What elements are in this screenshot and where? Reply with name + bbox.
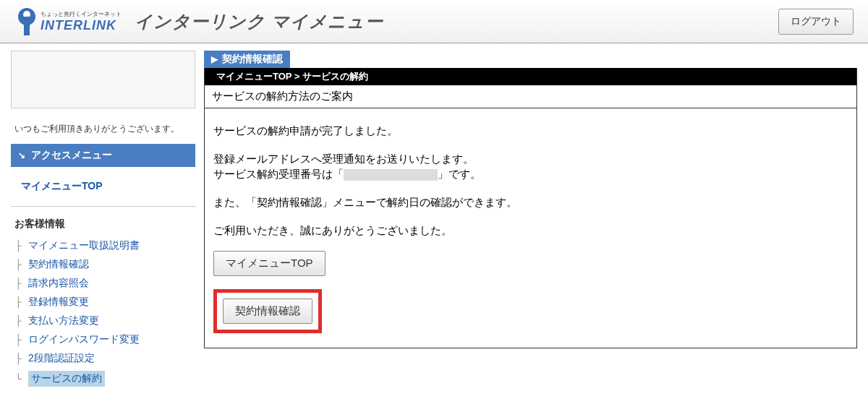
- logo-icon: [14, 7, 39, 36]
- mymenu-top-link[interactable]: マイメニューTOP: [11, 167, 195, 207]
- header: ちょっと先行くインターネット INTERLINK インターリンク マイメニュー …: [0, 0, 868, 43]
- confirm-info: また、「契約情報確認」メニューで解約日の確認ができます。: [213, 194, 848, 210]
- header-left: ちょっと先行くインターネット INTERLINK インターリンク マイメニュー: [14, 7, 383, 36]
- nav-item-register: ├ 登録情報変更: [11, 293, 195, 312]
- nav-link-twofactor[interactable]: 2段階認証設定: [28, 352, 95, 365]
- mymenu-top-button[interactable]: マイメニューTOP: [213, 251, 326, 276]
- tree-connector-icon: ├: [11, 334, 24, 346]
- nav-link-cancel[interactable]: サービスの解約: [28, 371, 105, 387]
- nav-list: ├ マイメニュー取扱説明書 ├ 契約情報確認 ├ 請求内容照会 ├ 登録情報変更…: [11, 236, 195, 390]
- customer-info-title: お客様情報: [11, 214, 195, 236]
- arrow-right-icon: ▶: [211, 54, 218, 64]
- nav-item-billing: ├ 請求内容照会: [11, 274, 195, 293]
- content-body: サービスの解約申請が完了しました。 登録メールアドレスへ受理通知をお送りいたしま…: [205, 108, 856, 348]
- content-box: マイメニューTOP > サービスの解約 サービスの解約方法のご案内 サービスの解…: [204, 68, 857, 348]
- nav-link-register[interactable]: 登録情報変更: [28, 296, 89, 309]
- thank-you: ご利用いただき、誠にありがとうございました。: [213, 223, 848, 238]
- nav-link-contract[interactable]: 契約情報確認: [28, 258, 89, 271]
- logo-text-group: ちょっと先行くインターネット INTERLINK: [41, 12, 122, 32]
- svg-rect-2: [24, 17, 30, 35]
- user-info-box: [11, 51, 195, 108]
- mail-info: 登録メールアドレスへ受理通知をお送りいたします。 サービス解約受理番号は「」です…: [213, 151, 848, 181]
- container: いつもご利用頂きありがとうございます。 ↘ アクセスメニュー マイメニューTOP…: [0, 43, 868, 397]
- tree-connector-icon: ├: [11, 315, 24, 327]
- content-header-title: 契約情報確認: [222, 53, 283, 66]
- nav-item-manual: ├ マイメニュー取扱説明書: [11, 236, 195, 255]
- access-menu-header: ↘ アクセスメニュー: [11, 144, 195, 167]
- logout-button[interactable]: ログアウト: [778, 9, 854, 35]
- tree-connector-icon: └: [11, 373, 24, 385]
- contract-confirm-button[interactable]: 契約情報確認: [223, 299, 312, 324]
- nav-item-password: ├ ログインパスワード変更: [11, 330, 195, 349]
- nav-item-contract: ├ 契約情報確認: [11, 255, 195, 274]
- access-menu-title: アクセスメニュー: [31, 149, 112, 162]
- arrow-down-right-icon: ↘: [18, 150, 25, 160]
- content-header: ▶ 契約情報確認: [204, 51, 290, 68]
- highlighted-button-wrapper: 契約情報確認: [213, 289, 322, 333]
- button-row-1: マイメニューTOP: [213, 251, 848, 276]
- tree-connector-icon: ├: [11, 278, 24, 289]
- nav-link-billing[interactable]: 請求内容照会: [28, 277, 89, 290]
- greeting-text: いつもご利用頂きありがとうございます。: [11, 119, 195, 144]
- tree-connector-icon: ├: [11, 353, 24, 364]
- nav-link-password[interactable]: ログインパスワード変更: [28, 333, 140, 346]
- nav-item-payment: ├ 支払い方法変更: [11, 312, 195, 330]
- receipt-number-line: サービス解約受理番号は「」です。: [213, 166, 848, 181]
- breadcrumb: マイメニューTOP > サービスの解約: [205, 68, 856, 85]
- nav-item-cancel: └ サービスの解約: [11, 368, 195, 390]
- sidebar: いつもご利用頂きありがとうございます。 ↘ アクセスメニュー マイメニューTOP…: [11, 51, 195, 390]
- nav-link-manual[interactable]: マイメニュー取扱説明書: [28, 239, 140, 252]
- logo: ちょっと先行くインターネット INTERLINK: [14, 7, 122, 36]
- logo-tagline: ちょっと先行くインターネット: [41, 12, 122, 17]
- completion-message: サービスの解約申請が完了しました。: [213, 123, 848, 138]
- logo-brand: INTERLINK: [41, 19, 122, 32]
- tree-connector-icon: ├: [11, 259, 24, 270]
- receipt-prefix: サービス解約受理番号は「: [213, 168, 344, 180]
- tree-connector-icon: ├: [11, 296, 24, 308]
- receipt-number-redacted: [344, 169, 438, 181]
- content-subtitle: サービスの解約方法のご案内: [205, 85, 856, 108]
- tree-connector-icon: ├: [11, 240, 24, 252]
- page-title: インターリンク マイメニュー: [135, 10, 383, 33]
- mail-notice: 登録メールアドレスへ受理通知をお送りいたします。: [213, 151, 848, 166]
- receipt-suffix: 」です。: [438, 168, 481, 180]
- main-content: ▶ 契約情報確認 マイメニューTOP > サービスの解約 サービスの解約方法のご…: [204, 51, 857, 390]
- nav-link-payment[interactable]: 支払い方法変更: [28, 314, 99, 327]
- nav-item-twofactor: ├ 2段階認証設定: [11, 349, 195, 368]
